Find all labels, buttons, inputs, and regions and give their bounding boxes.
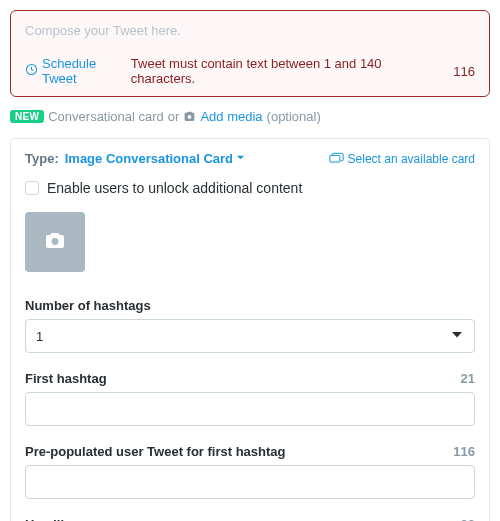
compose-char-count: 116: [453, 64, 475, 79]
type-value: Image Conversational Card: [65, 151, 233, 166]
num-hashtags-label: Number of hashtags: [25, 298, 151, 313]
compose-box: Compose your Tweet here. Schedule Tweet …: [10, 10, 490, 97]
first-hashtag-count: 21: [461, 371, 475, 386]
new-badge: NEW: [10, 110, 44, 123]
schedule-tweet-label: Schedule Tweet: [42, 56, 131, 86]
clock-icon: [25, 63, 38, 79]
camera-icon: [44, 232, 66, 253]
enable-unlock-checkbox[interactable]: [25, 181, 39, 195]
first-hashtag-input[interactable]: [25, 392, 475, 426]
select-available-card-link[interactable]: Select an available card: [329, 152, 475, 166]
select-available-card-label: Select an available card: [348, 152, 475, 166]
card-type-selector[interactable]: Type: Image Conversational Card: [25, 151, 246, 166]
prepopulated-tweet-label: Pre-populated user Tweet for first hasht…: [25, 444, 286, 459]
optional-label: (optional): [267, 109, 321, 124]
headline-label: Headline: [25, 517, 79, 521]
first-hashtag-label: First hashtag: [25, 371, 107, 386]
or-label: or: [168, 109, 180, 124]
compose-input[interactable]: Compose your Tweet here.: [25, 23, 475, 38]
card-type-line: NEW Conversational card or Add media (op…: [10, 107, 490, 124]
svg-rect-2: [329, 155, 339, 162]
svg-point-3: [52, 238, 59, 245]
schedule-tweet-link[interactable]: Schedule Tweet: [25, 56, 131, 86]
chevron-down-icon: [235, 151, 246, 166]
enable-unlock-label: Enable users to unlock additional conten…: [47, 180, 302, 196]
camera-icon: [183, 111, 196, 122]
num-hashtags-value: 1: [36, 329, 43, 344]
add-media-link[interactable]: Add media: [200, 109, 262, 124]
conversational-card-panel: Type: Image Conversational Card Select a…: [10, 138, 490, 521]
chevron-down-icon: [450, 328, 464, 345]
headline-count: 23: [461, 517, 475, 521]
num-hashtags-select[interactable]: 1: [25, 319, 475, 353]
prepopulated-tweet-input[interactable]: [25, 465, 475, 499]
type-label: Type:: [25, 151, 59, 166]
compose-error: Tweet must contain text between 1 and 14…: [131, 56, 440, 86]
svg-point-1: [188, 115, 192, 119]
image-upload-thumb[interactable]: [25, 212, 85, 272]
prepopulated-tweet-count: 116: [453, 444, 475, 459]
conversational-card-label: Conversational card: [48, 109, 164, 124]
card-stack-icon: [329, 152, 344, 166]
